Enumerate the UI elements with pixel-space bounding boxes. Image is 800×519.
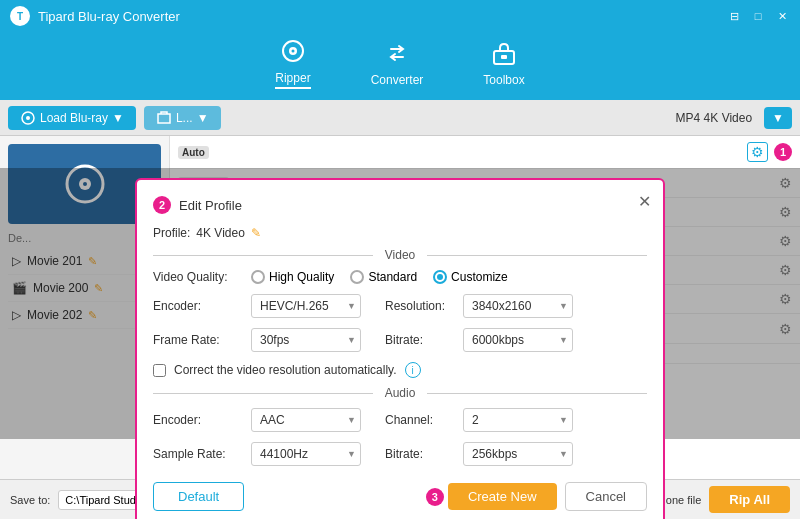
channel-select[interactable]: 2 xyxy=(463,408,573,432)
audio-encoder-select[interactable]: AAC xyxy=(251,408,361,432)
auto-correct-label: Correct the video resolution automatical… xyxy=(174,363,397,377)
modal-overlay: 2 Edit Profile ✕ Profile: 4K Video ✎ Vid… xyxy=(0,168,800,439)
channel-label: Channel: xyxy=(385,413,455,427)
maximize-button[interactable]: □ xyxy=(750,8,766,24)
audio-encoder-label: Encoder: xyxy=(153,413,243,427)
toolbox-icon xyxy=(488,37,520,69)
bitrate-label-video: Bitrate: xyxy=(385,333,455,347)
radio-high-quality[interactable]: High Quality xyxy=(251,270,334,284)
profile-row: Profile: 4K Video ✎ xyxy=(153,226,647,240)
modal-header: 2 Edit Profile ✕ xyxy=(153,196,647,214)
encoder-resolution-row: Encoder: HEVC/H.265 Resolution: 3840x216… xyxy=(153,294,647,318)
ripper-label: Ripper xyxy=(275,71,310,89)
svg-point-6 xyxy=(26,116,30,120)
framerate-select-wrapper: 30fps xyxy=(251,328,361,352)
bitrate-select-video[interactable]: 6000kbps xyxy=(463,328,573,352)
info-icon[interactable]: i xyxy=(405,362,421,378)
video-quality-label: Video Quality: xyxy=(153,270,243,284)
resolution-label: Resolution: xyxy=(385,299,455,313)
create-new-button[interactable]: Create New xyxy=(448,483,557,510)
framerate-select[interactable]: 30fps xyxy=(251,328,361,352)
encoder-select-wrapper: HEVC/H.265 xyxy=(251,294,361,318)
radio-standard[interactable]: Standard xyxy=(350,270,417,284)
local-dropdown-icon: ▼ xyxy=(197,111,209,125)
channel-select-wrapper: 2 xyxy=(463,408,573,432)
minimize-button[interactable]: ⊟ xyxy=(726,8,742,24)
load-bluray-button[interactable]: Load Blu-ray ▼ xyxy=(8,106,136,130)
radio-circle-high xyxy=(251,270,265,284)
modal-title: Edit Profile xyxy=(179,198,242,213)
framerate-label: Frame Rate: xyxy=(153,333,243,347)
video-quality-row: Video Quality: High Quality Standard Cus… xyxy=(153,270,647,284)
bitrate-select-wrapper: 6000kbps xyxy=(463,328,573,352)
gear-button-1[interactable]: ⚙ xyxy=(747,142,768,162)
samplerate-label: Sample Rate: xyxy=(153,447,243,461)
radio-circle-standard xyxy=(350,270,364,284)
encoder-select[interactable]: HEVC/H.265 xyxy=(251,294,361,318)
profile-label: Profile: xyxy=(153,226,190,240)
video-quality-radios: High Quality Standard Customize xyxy=(251,270,508,284)
profile-value: 4K Video xyxy=(196,226,245,240)
save-to-label: Save to: xyxy=(10,494,50,506)
modal-step-badge: 2 xyxy=(153,196,171,214)
edit-profile-modal: 2 Edit Profile ✕ Profile: 4K Video ✎ Vid… xyxy=(135,178,665,519)
converter-label: Converter xyxy=(371,73,424,87)
cancel-button[interactable]: Cancel xyxy=(565,482,647,511)
auto-correct-checkbox[interactable] xyxy=(153,364,166,377)
samplerate-select-wrapper: 44100Hz xyxy=(251,442,361,466)
svg-point-2 xyxy=(291,50,294,53)
framerate-bitrate-row: Frame Rate: 30fps Bitrate: 6000kbps xyxy=(153,328,647,352)
create-new-group: 3 Create New xyxy=(426,482,557,511)
bitrate-label-audio: Bitrate: xyxy=(385,447,455,461)
create-step-badge: 3 xyxy=(426,488,444,506)
close-button[interactable]: ✕ xyxy=(774,8,790,24)
default-button[interactable]: Default xyxy=(153,482,244,511)
modal-footer: Default 3 Create New Cancel xyxy=(153,482,647,511)
audio-section-header: Audio xyxy=(153,386,647,400)
ripper-icon xyxy=(277,35,309,67)
app-logo: T xyxy=(10,6,30,26)
audio-encoder-select-wrapper: AAC xyxy=(251,408,361,432)
window-controls: ⊟ □ ✕ xyxy=(726,8,790,24)
toolbar: Ripper Converter Toolbox xyxy=(0,32,800,100)
rip-all-button[interactable]: Rip All xyxy=(709,486,790,513)
confirm-buttons: 3 Create New Cancel xyxy=(426,482,647,511)
toolbar-toolbox[interactable]: Toolbox xyxy=(483,37,524,87)
audio-encoder-channel-row: Encoder: AAC Channel: 2 xyxy=(153,408,647,432)
samplerate-select[interactable]: 44100Hz xyxy=(251,442,361,466)
list-item-1: Auto ⚙ 1 xyxy=(170,136,800,169)
output-format-dropdown[interactable]: ▼ xyxy=(764,107,792,129)
modal-close-button[interactable]: ✕ xyxy=(638,192,651,211)
step-badge-1: 1 xyxy=(774,143,792,161)
output-format-label: MP4 4K Video xyxy=(676,111,753,125)
toolbar-ripper[interactable]: Ripper xyxy=(275,35,310,89)
app-title: Tipard Blu-ray Converter xyxy=(38,9,726,24)
toolbox-label: Toolbox xyxy=(483,73,524,87)
profile-edit-icon[interactable]: ✎ xyxy=(251,226,261,240)
load-local-button[interactable]: L... ▼ xyxy=(144,106,221,130)
video-section-header: Video xyxy=(153,248,647,262)
svg-rect-4 xyxy=(501,55,507,59)
audio-bitrate-select-wrapper: 256kbps xyxy=(463,442,573,466)
load-dropdown-icon: ▼ xyxy=(112,111,124,125)
samplerate-bitrate-row: Sample Rate: 44100Hz Bitrate: 256kbps xyxy=(153,442,647,466)
actionbar: Load Blu-ray ▼ L... ▼ MP4 4K Video ▼ xyxy=(0,100,800,136)
radio-customize[interactable]: Customize xyxy=(433,270,508,284)
audio-bitrate-select[interactable]: 256kbps xyxy=(463,442,573,466)
titlebar: T Tipard Blu-ray Converter ⊟ □ ✕ xyxy=(0,0,800,32)
toolbar-converter[interactable]: Converter xyxy=(371,37,424,87)
resolution-select-wrapper: 3840x2160 xyxy=(463,294,573,318)
badge-auto: Auto xyxy=(178,146,209,159)
resolution-select[interactable]: 3840x2160 xyxy=(463,294,573,318)
radio-circle-customize xyxy=(433,270,447,284)
auto-correct-row: Correct the video resolution automatical… xyxy=(153,362,647,378)
encoder-label: Encoder: xyxy=(153,299,243,313)
converter-icon xyxy=(381,37,413,69)
